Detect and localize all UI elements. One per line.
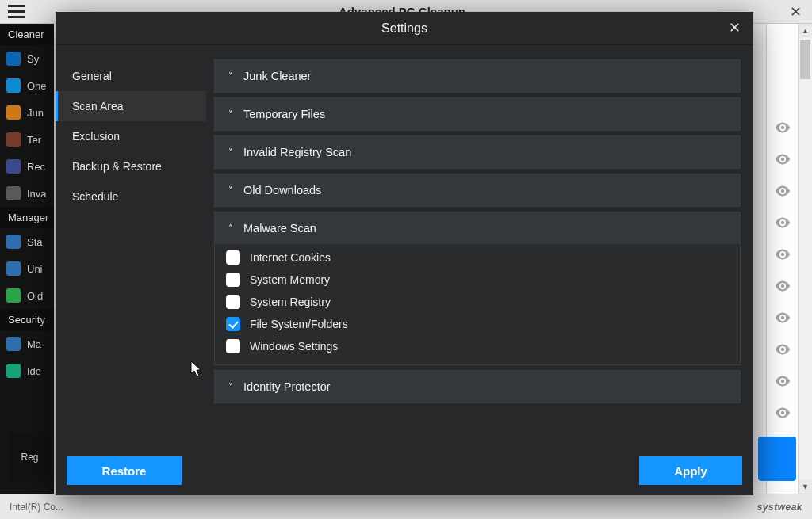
sidebar-item[interactable]: Rec [0,153,54,180]
settings-nav-scanarea[interactable]: Scan Area [56,91,206,121]
visibility-eye-icon[interactable] [774,309,791,330]
modal-title: Settings [381,21,427,36]
sidebar-item[interactable]: Ide [0,357,54,384]
section-header[interactable]: ˅Identity Protector [215,371,740,403]
status-bar: Intel(R) Co... systweak [0,494,812,519]
sidebar-item-icon [6,105,21,120]
option-label: Internet Cookies [250,251,331,264]
register-chip[interactable]: Reg [8,433,52,481]
option-label: File System/Folders [250,318,348,330]
nav-label: Scan Area [72,100,124,113]
nav-label: Schedule [72,190,118,203]
option-label: System Memory [250,273,330,286]
checkbox[interactable] [226,317,240,331]
section-title: Identity Protector [243,380,331,393]
settings-content: ˅Junk Cleaner˅Temporary Files˅Invalid Re… [206,45,753,446]
chevron-down-icon: ˅ [226,383,236,391]
scroll-thumb[interactable] [800,40,810,79]
menu-icon[interactable] [8,5,25,18]
settings-modal: Settings ✕ GeneralScan AreaExclusionBack… [56,12,753,495]
sidebar-item-label: Sta [27,236,43,248]
apply-button[interactable]: Apply [639,456,742,485]
sidebar-item[interactable]: One [0,72,54,99]
nav-label: Exclusion [72,130,120,143]
option-row[interactable]: System Registry [226,295,729,309]
visibility-eye-icon[interactable] [774,372,791,393]
section-temp: ˅Temporary Files [214,97,741,131]
section-header[interactable]: ˅Temporary Files [215,98,740,130]
sidebar-item-icon [6,159,21,174]
sidebar-item-icon [6,364,21,378]
sidebar-item-icon [6,337,21,351]
option-row[interactable]: System Memory [226,273,729,287]
sidebar-group-header: Security [0,309,54,330]
sidebar-item[interactable]: Sy [0,45,54,72]
option-row[interactable]: Internet Cookies [226,250,729,265]
sidebar-group-header: Cleaner [0,24,54,45]
settings-nav-general[interactable]: General [56,61,206,91]
sidebar-item-label: Ma [27,338,41,350]
sidebar-item-icon [6,78,21,93]
visibility-eye-icon[interactable] [774,214,791,235]
visibility-eye-icon[interactable] [774,404,791,425]
chevron-down-icon: ˅ [226,148,236,157]
scroll-up-icon[interactable]: ▲ [799,24,812,38]
sidebar-item-icon [6,261,21,276]
scroll-down-icon[interactable]: ▼ [799,479,812,494]
section-title: Invalid Registry Scan [243,146,351,158]
modal-header: Settings ✕ [56,12,753,45]
app-sidebar: CleanerSyOneJunTerRecInvaManagerStaUniOl… [0,24,54,494]
section-identity: ˅Identity Protector [214,370,741,403]
option-row[interactable]: Windows Settings [226,339,729,353]
sidebar-item-icon [6,132,21,147]
option-row[interactable]: File System/Folders [226,317,729,331]
nav-label: Backup & Restore [72,160,162,173]
checkbox[interactable] [226,273,240,287]
sidebar-item[interactable]: Sta [0,228,54,255]
close-icon[interactable]: ✕ [722,15,747,40]
section-title: Junk Cleaner [243,70,311,82]
sidebar-group-header: Manager [0,207,54,228]
checkbox[interactable] [226,339,240,353]
scrollbar[interactable]: ▲ ▼ [798,24,812,494]
sidebar-item-label: Inva [27,188,47,200]
section-body: Internet CookiesSystem MemorySystem Regi… [215,244,740,364]
section-header[interactable]: ˅Invalid Registry Scan [215,136,740,168]
sidebar-item[interactable]: Inva [0,180,54,207]
visibility-eye-icon[interactable] [774,182,791,203]
visibility-eye-icon[interactable] [774,246,791,266]
sidebar-item[interactable]: Uni [0,255,54,282]
settings-nav-schedule[interactable]: Schedule [56,181,206,212]
window-close-icon[interactable]: ✕ [779,3,812,21]
checkbox[interactable] [226,250,240,265]
settings-nav-backup[interactable]: Backup & Restore [56,151,206,181]
visibility-eye-icon[interactable] [774,151,791,171]
settings-nav-exclusion[interactable]: Exclusion [56,121,206,151]
primary-cta-behind[interactable] [758,437,796,481]
sidebar-item-icon [6,235,21,249]
visibility-eye-icon[interactable] [774,277,791,298]
sidebar-item-icon [6,186,21,200]
sidebar-item[interactable]: Ma [0,330,54,357]
sidebar-item[interactable]: Old [0,282,54,309]
sidebar-item[interactable]: Jun [0,99,54,126]
sidebar-item[interactable]: Ter [0,126,54,153]
visibility-eye-icon[interactable] [774,119,791,139]
section-header[interactable]: ˄Malware Scan [215,212,740,244]
section-title: Temporary Files [243,108,325,120]
section-header[interactable]: ˅Old Downloads [215,174,740,206]
sidebar-item-icon [6,52,21,66]
checkbox[interactable] [226,295,240,309]
section-junk: ˅Junk Cleaner [214,59,741,93]
option-label: System Registry [250,296,331,308]
chevron-down-icon: ˅ [226,110,236,119]
visibility-eye-icon[interactable] [774,341,791,361]
section-malware: ˄Malware ScanInternet CookiesSystem Memo… [214,212,741,365]
modal-footer: Restore Apply [56,446,753,495]
sidebar-item-label: Rec [27,161,45,173]
section-title: Old Downloads [243,184,321,197]
section-header[interactable]: ˅Junk Cleaner [215,60,740,92]
chevron-down-icon: ˅ [226,186,236,195]
nav-label: General [72,70,112,82]
restore-button[interactable]: Restore [67,456,182,485]
